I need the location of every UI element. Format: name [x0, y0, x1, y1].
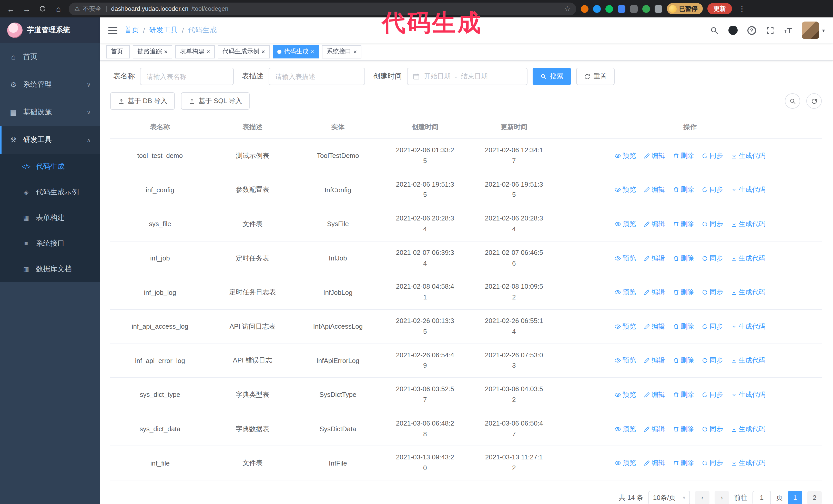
sidebar-logo[interactable]: 芋道管理系统 [0, 18, 100, 43]
edit-link[interactable]: 编辑 [644, 390, 665, 400]
preview-link[interactable]: 预览 [615, 219, 636, 229]
next-page-button[interactable]: › [715, 491, 729, 504]
edit-link[interactable]: 编辑 [644, 322, 665, 331]
page-size-select[interactable]: 10条/页 ▾ [648, 491, 690, 504]
fullscreen-icon[interactable] [766, 26, 774, 34]
browser-update-button[interactable]: 更新 [708, 3, 732, 14]
view-tab[interactable]: 代码生成示例 × [218, 45, 270, 58]
edit-link[interactable]: 编辑 [644, 288, 665, 297]
extension-sprout-icon[interactable] [642, 5, 650, 13]
breadcrumb-item[interactable]: 研发工具 / [149, 26, 184, 35]
extension-fox-icon[interactable] [581, 5, 589, 13]
delete-link[interactable]: 删除 [673, 151, 694, 161]
tab-close-icon[interactable]: × [164, 48, 168, 55]
sidebar-menu-item[interactable]: ⚙ 系统管理 ∨ [0, 71, 100, 98]
search-icon[interactable] [710, 26, 718, 34]
sidebar-menu-item[interactable]: ⚒ 研发工具 ∧ [0, 126, 100, 154]
extension-people-icon[interactable] [618, 5, 625, 13]
delete-link[interactable]: 删除 [673, 390, 694, 400]
extension-tool-icon[interactable] [630, 5, 638, 13]
refresh-table-button[interactable] [806, 93, 822, 109]
extension-drop-icon[interactable] [593, 5, 601, 13]
view-tab[interactable]: 表单构建 × [175, 45, 215, 58]
edit-link[interactable]: 编辑 [644, 151, 665, 161]
sidebar-submenu-item[interactable]: ▥ 数据库文档 [0, 256, 100, 282]
goto-page-input[interactable] [753, 491, 771, 504]
delete-link[interactable]: 删除 [673, 356, 694, 365]
tab-close-icon[interactable]: × [353, 48, 357, 55]
bookmark-star-icon[interactable]: ☆ [564, 5, 571, 13]
sync-link[interactable]: 同步 [702, 151, 723, 161]
view-tab[interactable]: 链路追踪 × [133, 45, 172, 58]
preview-link[interactable]: 预览 [615, 185, 636, 195]
delete-link[interactable]: 删除 [673, 185, 694, 195]
preview-link[interactable]: 预览 [615, 254, 636, 263]
sidebar-submenu-item[interactable]: ≡ 系统接口 [0, 231, 100, 256]
browser-reload-icon[interactable] [37, 3, 48, 14]
generate-code-link[interactable]: 生成代码 [731, 185, 765, 195]
browser-forward-icon[interactable]: → [21, 3, 32, 14]
date-range-picker[interactable]: 开始日期 - 结束日期 [407, 68, 527, 85]
breadcrumb-item[interactable]: 代码生成 / [188, 26, 217, 35]
sidebar-submenu-item[interactable]: </> 代码生成 [0, 154, 100, 179]
delete-link[interactable]: 删除 [673, 458, 694, 467]
sidebar-toggle-icon[interactable] [108, 27, 117, 34]
edit-link[interactable]: 编辑 [644, 254, 665, 263]
generate-code-link[interactable]: 生成代码 [731, 424, 765, 433]
preview-link[interactable]: 预览 [615, 424, 636, 433]
preview-link[interactable]: 预览 [615, 356, 636, 365]
browser-menu-icon[interactable]: ⋮ [737, 4, 747, 13]
browser-back-icon[interactable]: ← [5, 3, 17, 14]
edit-link[interactable]: 编辑 [644, 185, 665, 195]
preview-link[interactable]: 预览 [615, 458, 636, 467]
table-desc-input[interactable] [269, 68, 365, 85]
generate-code-link[interactable]: 生成代码 [731, 458, 765, 467]
toggle-search-button[interactable] [785, 93, 800, 109]
delete-link[interactable]: 删除 [673, 322, 694, 331]
generate-code-link[interactable]: 生成代码 [731, 151, 765, 161]
view-tab[interactable]: 首页 [106, 45, 130, 58]
search-button[interactable]: 搜索 [532, 68, 571, 85]
sync-link[interactable]: 同步 [702, 254, 723, 263]
sync-link[interactable]: 同步 [702, 185, 723, 195]
tab-close-icon[interactable]: × [207, 48, 210, 55]
view-tab[interactable]: 代码生成 × [273, 45, 319, 58]
sync-link[interactable]: 同步 [702, 322, 723, 331]
delete-link[interactable]: 删除 [673, 424, 694, 433]
generate-code-link[interactable]: 生成代码 [731, 390, 765, 400]
sync-link[interactable]: 同步 [702, 219, 723, 229]
sidebar-menu-item[interactable]: ⌂ 首页 [0, 43, 100, 71]
font-size-icon[interactable]: TT [784, 26, 792, 34]
preview-link[interactable]: 预览 [615, 151, 636, 161]
delete-link[interactable]: 删除 [673, 288, 694, 297]
sidebar-menu-item[interactable]: ▤ 基础设施 ∨ [0, 98, 100, 126]
page-number-button[interactable]: 2 [807, 491, 822, 504]
edit-link[interactable]: 编辑 [644, 424, 665, 433]
browser-address-bar[interactable]: ⚠ 不安全 dashboard.yudao.iocoder.cn/tool/co… [69, 2, 576, 15]
user-avatar[interactable]: ▾ [802, 22, 825, 39]
edit-link[interactable]: 编辑 [644, 219, 665, 229]
sidebar-submenu-item[interactable]: ▦ 表单构建 [0, 205, 100, 231]
page-number-button[interactable]: 1 [788, 491, 802, 504]
prev-page-button[interactable]: ‹ [695, 491, 710, 504]
edit-link[interactable]: 编辑 [644, 356, 665, 365]
generate-code-link[interactable]: 生成代码 [731, 322, 765, 331]
generate-code-link[interactable]: 生成代码 [731, 254, 765, 263]
sync-link[interactable]: 同步 [702, 356, 723, 365]
tab-close-icon[interactable]: × [311, 48, 314, 55]
help-icon[interactable] [747, 26, 756, 34]
preview-link[interactable]: 预览 [615, 322, 636, 331]
generate-code-link[interactable]: 生成代码 [731, 288, 765, 297]
sync-link[interactable]: 同步 [702, 458, 723, 467]
tab-close-icon[interactable]: × [261, 48, 265, 55]
view-tab[interactable]: 系统接口 × [322, 45, 361, 58]
edit-link[interactable]: 编辑 [644, 458, 665, 467]
import-sql-button[interactable]: 基于 SQL 导入 [181, 92, 250, 110]
delete-link[interactable]: 删除 [673, 254, 694, 263]
preview-link[interactable]: 预览 [615, 288, 636, 297]
delete-link[interactable]: 删除 [673, 219, 694, 229]
sync-link[interactable]: 同步 [702, 288, 723, 297]
preview-link[interactable]: 预览 [615, 390, 636, 400]
breadcrumb-item[interactable]: 首页 / [124, 26, 145, 35]
sync-link[interactable]: 同步 [702, 390, 723, 400]
